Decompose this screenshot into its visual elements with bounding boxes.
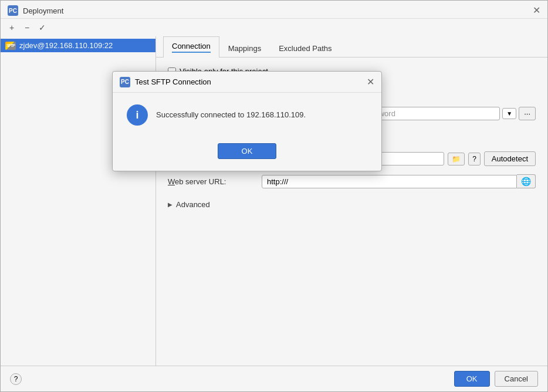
modal-title: Test SFTP Connection — [135, 77, 211, 86]
modal-body: i Successfully connected to 192.168.110.… — [113, 93, 381, 137]
info-icon: i — [127, 104, 148, 126]
sidebar-item-zjdev[interactable]: SFTP zjdev@192.168.110.109:22 — [1, 39, 155, 52]
tab-connection[interactable]: Connection — [163, 36, 219, 58]
sidebar-item-label: zjdev@192.168.110.109:22 — [19, 41, 113, 50]
modal-close-button[interactable]: ✕ — [367, 76, 374, 87]
confirm-button[interactable]: ✓ — [36, 21, 49, 34]
tabs: Connection Mappings Excluded Paths — [156, 36, 547, 58]
ssh-ellipsis-button[interactable]: ··· — [519, 107, 536, 120]
bottom-right: OK Cancel — [454, 371, 538, 387]
add-button[interactable]: + — [5, 21, 18, 34]
modal-message: Successfully connected to 192.168.110.10… — [156, 104, 306, 121]
autodetect-button[interactable]: Autodetect — [484, 151, 536, 166]
tab-mappings[interactable]: Mappings — [219, 39, 270, 58]
root-path-help-button[interactable]: ? — [468, 153, 481, 165]
remove-button[interactable]: − — [21, 21, 33, 34]
modal-footer: OK — [113, 137, 381, 171]
title-bar: PC Deployment ✕ — [1, 1, 547, 19]
app-title: Deployment — [23, 6, 63, 15]
ok-button[interactable]: OK — [454, 371, 490, 387]
app-icon: PC — [8, 5, 18, 16]
ssh-dropdown-button[interactable]: ▼ — [502, 108, 516, 119]
close-button[interactable]: ✕ — [533, 6, 540, 15]
modal-title-bar: PC Test SFTP Connection ✕ — [113, 72, 381, 93]
modal-app-icon: PC — [120, 77, 130, 87]
modal-title-left: PC Test SFTP Connection — [120, 77, 211, 87]
folder-button[interactable]: 📁 — [448, 153, 465, 165]
bottom-bar: ? OK Cancel — [1, 366, 547, 391]
toolbar: + − ✓ — [1, 19, 547, 36]
sftp-icon: SFTP — [5, 42, 16, 50]
globe-button[interactable]: 🌐 — [517, 174, 536, 188]
test-sftp-dialog: PC Test SFTP Connection ✕ i Successfully… — [112, 71, 382, 171]
cancel-button[interactable]: Cancel — [495, 371, 538, 387]
modal-backdrop: PC Test SFTP Connection ✕ i Successfully… — [112, 71, 405, 259]
tab-excluded-paths[interactable]: Excluded Paths — [270, 39, 340, 58]
modal-ok-button[interactable]: OK — [218, 143, 277, 159]
bottom-left: ? — [10, 373, 22, 385]
main-dialog: PC Deployment ✕ + − ✓ SFTP zjdev@192.168… — [0, 0, 548, 392]
help-button[interactable]: ? — [10, 373, 22, 385]
title-bar-left: PC Deployment — [8, 5, 63, 16]
